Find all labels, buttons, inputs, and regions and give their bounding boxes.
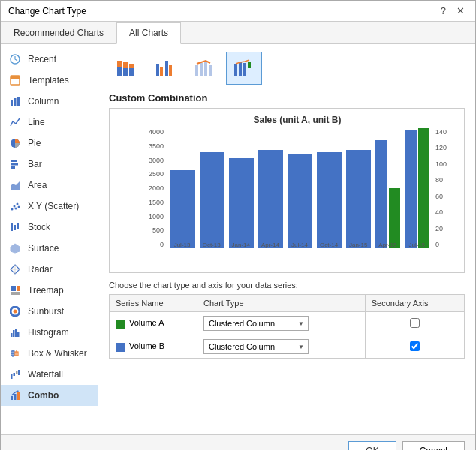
svg-rect-31	[17, 332, 20, 337]
bar-volume-b	[346, 150, 371, 248]
sidebar-item-label-recent: Recent	[28, 54, 56, 64]
bar-volume-a	[418, 128, 430, 248]
series-chart-type-select[interactable]: Clustered ColumnLineBarPieArea	[203, 316, 309, 331]
bar-volume-b	[317, 152, 342, 248]
series-name-cell: Volume B	[110, 335, 197, 358]
svg-rect-47	[123, 62, 128, 68]
sidebar-item-area[interactable]: Area	[1, 175, 98, 196]
svg-rect-2	[11, 76, 20, 79]
bar-group	[170, 128, 195, 248]
series-secondary-axis-checkbox[interactable]	[410, 318, 420, 328]
chart-icon-btn-icon3[interactable]	[187, 52, 223, 85]
treemap-icon	[8, 284, 22, 297]
chart-icon-btn-icon2[interactable]	[148, 52, 184, 85]
sidebar-item-waterfall[interactable]: Waterfall	[1, 364, 98, 385]
series-chart-type-cell: Clustered ColumnLineBarPieArea	[197, 335, 365, 358]
series-chart-type-select[interactable]: Clustered ColumnLineBarPieArea	[203, 339, 309, 354]
sidebar-item-label-histogram: Histogram	[28, 327, 69, 338]
series-table: Series Name Chart Type Secondary Axis Vo…	[109, 294, 465, 358]
series-row: Volume BClustered ColumnLineBarPieArea	[110, 335, 465, 358]
x-labels: Jul-13Oct-13Jan-14Apr-14Jul-14Oct-14Jan-…	[167, 242, 432, 248]
x-label: Jul-14	[287, 242, 312, 248]
title-bar-buttons: ? ✕	[438, 5, 468, 16]
waterfall-icon	[8, 368, 22, 381]
pie-icon	[8, 136, 22, 150]
y-label-left: 2500	[149, 170, 164, 178]
sidebar-item-label-bar: Bar	[28, 159, 42, 170]
sidebar-item-label-combo: Combo	[28, 390, 59, 400]
svg-rect-37	[11, 374, 13, 379]
series-name-text: Volume B	[129, 341, 164, 350]
series-row: Volume AClustered ColumnLineBarPieArea	[110, 312, 465, 335]
help-button[interactable]: ?	[438, 5, 449, 16]
bar-group	[375, 128, 400, 248]
svg-rect-38	[14, 373, 16, 376]
bar-group	[405, 128, 429, 248]
dialog-body: RecentTemplatesColumnLinePieBarAreaX Y (…	[1, 44, 475, 434]
svg-rect-39	[16, 371, 18, 374]
y-label-left: 2000	[149, 184, 164, 192]
sidebar-item-label-line: Line	[28, 117, 45, 128]
svg-point-27	[14, 310, 17, 314]
bar-volume-b	[170, 170, 195, 248]
sidebar-item-label-boxwhisker: Box & Whisker	[28, 348, 87, 358]
chart-icon-btn-icon4[interactable]	[226, 52, 262, 85]
svg-rect-25	[11, 292, 20, 295]
svg-rect-43	[17, 392, 20, 400]
chart-preview: Sales (unit A, unit B) 40003500300025002…	[109, 108, 465, 273]
sidebar-item-column[interactable]: Column	[1, 91, 98, 112]
close-button[interactable]: ✕	[453, 5, 468, 16]
bar-volume-b	[405, 130, 417, 248]
sidebar-item-line[interactable]: Line	[1, 112, 98, 133]
svg-marker-10	[11, 182, 20, 190]
bar-icon	[8, 158, 22, 171]
sidebar-item-histogram[interactable]: Histogram	[1, 322, 98, 343]
series-color-box	[116, 343, 125, 352]
sidebar-item-pie[interactable]: Pie	[1, 133, 98, 154]
y-label-left: 4000	[149, 128, 164, 136]
cancel-button[interactable]: Cancel	[402, 441, 465, 450]
sidebar-item-label-scatter: X Y (Scatter)	[28, 201, 79, 212]
sidebar-item-treemap[interactable]: Treemap	[1, 280, 98, 301]
series-color-box	[116, 320, 125, 328]
ok-button[interactable]: OK	[348, 441, 396, 450]
dialog-title: Change Chart Type	[8, 6, 86, 16]
svg-rect-8	[11, 164, 18, 166]
svg-rect-53	[169, 65, 172, 76]
series-secondary-axis-checkbox[interactable]	[410, 341, 420, 351]
x-label: Oct-14	[317, 242, 342, 248]
series-secondary-axis-cell	[365, 312, 464, 335]
svg-rect-49	[129, 64, 134, 68]
svg-rect-52	[165, 61, 168, 76]
tab-recommended-charts[interactable]: Recommended Charts	[1, 22, 116, 44]
svg-rect-3	[11, 100, 13, 106]
sidebar-item-templates[interactable]: Templates	[1, 70, 98, 91]
bar-group	[288, 128, 312, 248]
sidebar-item-sunburst[interactable]: Sunburst	[1, 301, 98, 322]
bar-volume-b	[288, 154, 312, 248]
sidebar-item-label-column: Column	[28, 96, 59, 106]
sidebar-item-surface[interactable]: Surface	[1, 238, 98, 259]
surface-icon	[8, 242, 22, 255]
y-label-left: 3500	[149, 142, 164, 150]
sidebar-item-label-radar: Radar	[28, 264, 53, 274]
sidebar-item-bar[interactable]: Bar	[1, 154, 98, 175]
sidebar-item-scatter[interactable]: X Y (Scatter)	[1, 196, 98, 217]
bar-group	[317, 128, 342, 248]
series-section-label: Choose the chart type and axis for your …	[109, 280, 465, 290]
sidebar-item-combo[interactable]: Combo	[1, 385, 98, 406]
svg-rect-60	[243, 63, 246, 76]
svg-rect-5	[17, 97, 20, 106]
sidebar-item-recent[interactable]: Recent	[1, 49, 98, 70]
sidebar-item-boxwhisker[interactable]: Box & Whisker	[1, 343, 98, 364]
y-axis-left: 40003500300025002000150010005000	[140, 128, 167, 248]
sidebar-item-label-treemap: Treemap	[28, 285, 64, 296]
tab-all-charts[interactable]: All Charts	[116, 22, 181, 44]
y-label-left: 3000	[149, 157, 164, 164]
chart-icon-btn-icon1[interactable]	[109, 52, 145, 85]
scatter-icon	[8, 200, 22, 213]
sidebar-item-radar[interactable]: Radar	[1, 259, 98, 280]
svg-rect-29	[13, 330, 15, 337]
sidebar-item-stock[interactable]: Stock	[1, 217, 98, 238]
combo-icon	[8, 388, 22, 402]
